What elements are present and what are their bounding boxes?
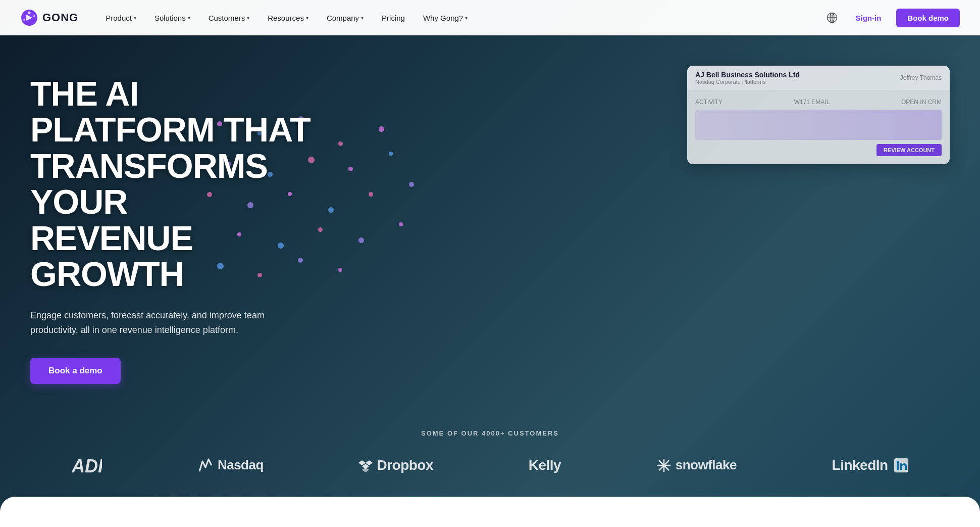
nasdaq-logo-icon [197, 457, 214, 473]
hero-headline: THE AI PLATFORM THAT TRANSFORMS YOUR REV… [30, 76, 313, 292]
nav-links: Product Solutions Customers Resources Co… [98, 10, 824, 26]
customers-label: SOME OF OUR 4000+ CUSTOMERS [30, 429, 950, 437]
hero-subtext: Engage customers, forecast accurately, a… [30, 308, 293, 338]
nav-why-gong[interactable]: Why Gong? [416, 10, 475, 26]
nav-product[interactable]: Product [98, 10, 143, 26]
svg-point-1 [33, 15, 35, 17]
adp-logo-icon: ADP [72, 455, 102, 475]
signin-button[interactable]: Sign-in [848, 10, 888, 26]
bottom-rounded-section [0, 497, 980, 527]
nav-resources[interactable]: Resources [261, 10, 316, 26]
customers-section: SOME OF OUR 4000+ CUSTOMERS ADP Nasdaq [0, 414, 980, 506]
customers-chevron-icon [247, 15, 249, 21]
review-account-button[interactable]: REVIEW ACCOUNT [876, 144, 942, 156]
card-row-1: ACTIVITY W171 EMAIL OPEN IN CRM [695, 99, 942, 106]
card-company: AJ Bell Business Solutions Ltd [695, 71, 800, 79]
card-body: ACTIVITY W171 EMAIL OPEN IN CRM REVIEW A… [687, 90, 950, 164]
hero-content: THE AI PLATFORM THAT TRANSFORMS YOUR REV… [0, 35, 343, 414]
dropbox-logo-icon [358, 458, 373, 472]
svg-rect-18 [897, 463, 899, 470]
activity-bar [695, 110, 942, 140]
hero-cta-button[interactable]: Book a demo [30, 358, 121, 384]
product-chevron-icon [134, 15, 136, 21]
solutions-chevron-icon [188, 15, 190, 21]
company-chevron-icon [361, 15, 364, 21]
svg-rect-19 [897, 461, 899, 463]
resources-chevron-icon [306, 15, 308, 21]
svg-marker-11 [362, 467, 369, 472]
card-assignee: Jeffrey Thomas [900, 74, 942, 81]
logo-nasdaq: Nasdaq [197, 457, 264, 473]
customers-logos: ADP Nasdaq Dropbox [30, 455, 950, 475]
nav-company[interactable]: Company [320, 10, 371, 26]
svg-point-0 [28, 12, 31, 14]
nav-right: Sign-in Book demo [824, 9, 960, 27]
book-demo-button[interactable]: Book demo [896, 9, 960, 27]
logo-snowflake: snowflake [656, 457, 737, 473]
svg-text:ADP: ADP [72, 456, 102, 475]
logo-dropbox: Dropbox [358, 457, 433, 473]
logo-adp: ADP [72, 455, 102, 475]
nav-solutions[interactable]: Solutions [147, 10, 197, 26]
gong-logo-icon [20, 9, 38, 27]
logo-text: GONG [42, 11, 78, 24]
logo-kelly: Kelly [529, 457, 561, 473]
svg-point-2 [23, 19, 25, 21]
main-nav: GONG Product Solutions Customers Resourc… [0, 0, 980, 35]
hero-card-overlay: AJ Bell Business Solutions Ltd Nasdaq Co… [687, 66, 950, 164]
logo-linkedin: LinkedIn [832, 457, 908, 473]
nav-pricing[interactable]: Pricing [375, 10, 412, 26]
why-gong-chevron-icon [465, 15, 468, 21]
hero-section: AJ Bell Business Solutions Ltd Nasdaq Co… [0, 0, 980, 527]
linkedin-logo-icon [894, 458, 908, 472]
snowflake-logo-icon [656, 458, 672, 473]
globe-icon [827, 12, 838, 23]
card-header: AJ Bell Business Solutions Ltd Nasdaq Co… [687, 66, 950, 90]
svg-point-16 [662, 464, 665, 467]
nav-customers[interactable]: Customers [201, 10, 257, 26]
language-selector[interactable] [824, 10, 840, 26]
card-workspace: Nasdaq Corporate Platforms [695, 79, 800, 85]
logo[interactable]: GONG [20, 9, 78, 27]
